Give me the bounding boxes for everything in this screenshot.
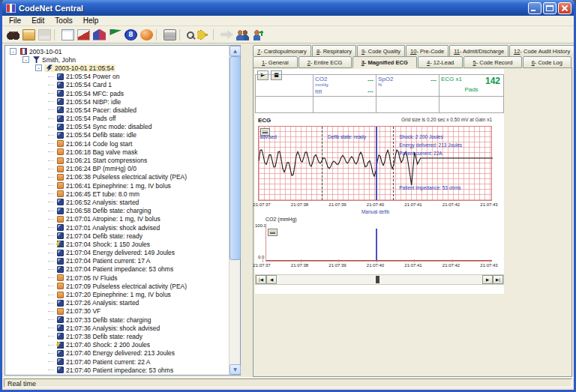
tab-5[interactable]: 5 - Code Record — [464, 56, 521, 68]
expander-icon[interactable]: - — [10, 48, 16, 55]
tree-connector — [48, 135, 54, 136]
tab-7[interactable]: 7 - Cardiopulmonary — [253, 45, 311, 56]
scroll-home-button[interactable]: |◀ — [256, 275, 266, 284]
tab-6[interactable]: 6 - Code Log — [523, 56, 572, 68]
tab-2[interactable]: 2 - Entire ECG — [298, 56, 352, 68]
scroll-left-button[interactable]: ◀ — [266, 275, 277, 284]
scroll-down-button[interactable]: ▼ — [230, 364, 241, 375]
search-icon[interactable] — [187, 31, 194, 39]
tree-item[interactable]: 21:05:54 Sync mode: disabled — [5, 123, 229, 131]
tree-item[interactable]: 21:05:54 Power on — [5, 73, 229, 81]
tree-item[interactable]: 21:05:54 Card 1 — [5, 81, 229, 89]
marker-icon[interactable] — [77, 29, 90, 40]
time-scrollbar[interactable]: |◀ ◀ ▶ ▶| — [255, 274, 504, 285]
tree-item[interactable]: 21:07:09 Pulseless electrical activity (… — [5, 282, 229, 290]
playback-cursor[interactable] — [376, 229, 377, 261]
tree-item[interactable]: 21:07:04 Energy delivered: 149 Joules — [5, 249, 229, 257]
new-report-icon[interactable] — [62, 29, 74, 40]
close-button[interactable] — [558, 2, 572, 14]
minimize-button[interactable] — [528, 2, 542, 14]
tree-item-label: 21:07:40 Patient impedance: 53 ohms — [66, 367, 173, 374]
tree-item[interactable]: -2003-10-01 — [5, 47, 229, 55]
tree-item[interactable]: 21:05:54 NIBP: idle — [5, 97, 229, 106]
tree-item[interactable]: 21:07:40 Patient current: 22 A — [5, 358, 229, 366]
tab-4[interactable]: 4 - 12-Lead — [418, 56, 464, 68]
ecg-legend-button[interactable] — [260, 128, 270, 136]
tree-scrollbar-thumb[interactable] — [230, 56, 241, 260]
flag-icon[interactable] — [109, 29, 122, 40]
maximize-button[interactable] — [543, 2, 556, 14]
ecg-plot[interactable]: advisedDefib state: readyShock: 2 200 Jo… — [258, 126, 492, 201]
key-icon[interactable] — [197, 29, 210, 40]
co2-tick: 21:07:43 — [474, 263, 504, 268]
scroll-end-button[interactable]: ▶| — [493, 275, 503, 284]
tree-item[interactable]: 21:07:01 Analysis: shock advised — [5, 223, 229, 232]
co2-axis-tick — [338, 259, 339, 262]
tab-8[interactable]: 8 - Respiratory — [312, 45, 356, 56]
tree-item[interactable]: 21:05:54 Pads off — [5, 115, 229, 123]
menu-help[interactable]: Help — [78, 16, 104, 25]
expander-icon[interactable]: - — [35, 64, 42, 71]
tab-9[interactable]: 9 - Code Quality — [357, 45, 405, 56]
title-bar[interactable]: CodeNet Central — [2, 0, 574, 16]
tree-item[interactable]: 21:06:41 Epinephrine: 1 mg, IV bolus — [5, 181, 229, 190]
menu-file[interactable]: File — [4, 16, 26, 25]
menu-bar: FileEditToolsHelp — [2, 16, 574, 26]
open-folder-icon[interactable] — [22, 29, 35, 40]
tree-item[interactable]: 21:07:04 Defib state: ready — [5, 232, 229, 240]
expander-icon[interactable]: - — [22, 56, 29, 63]
tree-item-body: 21:07:40 Energy delivered: 213 Joules — [56, 349, 176, 357]
ball-icon[interactable] — [140, 29, 153, 40]
tree-item[interactable]: 21:05:54 MFC: pads — [5, 89, 229, 97]
tree-item[interactable]: 21:07:40 Energy delivered: 213 Joules — [5, 349, 229, 358]
tree-item[interactable]: 21:07:04 Patient impedance: 53 ohms — [5, 265, 229, 274]
tree-item[interactable]: 21:06:52 Analysis: started — [5, 198, 229, 206]
tab-11[interactable]: 11 - Admit/Discharge — [449, 45, 508, 56]
tree-item[interactable]: 21:07:40 Patient impedance: 53 ohms — [5, 366, 229, 374]
scroll-right-button[interactable]: ▶ — [482, 275, 493, 284]
time-scrollbar-track[interactable] — [277, 275, 482, 284]
add-user-icon[interactable] — [252, 29, 265, 40]
scroll-up-button[interactable]: ▲ — [230, 46, 241, 56]
tree-item[interactable]: 21:07:36 Analysis: shock advised — [5, 324, 229, 332]
tree-item[interactable]: 21:06:45 ET tube: 8.0 mm — [5, 190, 229, 198]
tree-item[interactable]: 21:06:14 Code log start — [5, 139, 229, 148]
bluetooth-icon[interactable]: 8 — [124, 29, 137, 40]
chart-icon[interactable] — [93, 29, 106, 40]
tree-item[interactable]: 21:07:30 VF — [5, 307, 229, 316]
co2-legend-button[interactable] — [268, 229, 278, 236]
tab-1[interactable]: 1 - General — [253, 56, 298, 68]
playback-cursor[interactable] — [376, 127, 377, 200]
tree-scrollbar[interactable]: ▲ ▼ — [229, 46, 240, 375]
tree-item[interactable]: 21:07:04 Shock: 1 150 Joules — [5, 240, 229, 248]
tree-item[interactable]: 21:06:21 Start compressions — [5, 156, 229, 164]
tree-item[interactable]: 21:06:18 Bag valve mask — [5, 148, 229, 156]
tree-item[interactable]: 21:07:26 Analysis: started — [5, 299, 229, 307]
tree-item[interactable]: 21:07:38 Defib state: ready — [5, 332, 229, 340]
tree-item[interactable]: 21:07:05 IV Fluids — [5, 274, 229, 282]
tree-item[interactable]: 21:07:33 Defib state: charging — [5, 316, 229, 324]
menu-edit[interactable]: Edit — [26, 16, 50, 25]
binoculars-icon[interactable] — [7, 29, 20, 40]
tree-item[interactable]: 21:07:04 Patient current: 17 A — [5, 257, 229, 265]
tree-item[interactable]: 21:05:54 Defib state: idle — [5, 131, 229, 139]
tree-item[interactable]: -Smith, John — [5, 55, 229, 64]
time-scrollbar-thumb[interactable] — [376, 276, 380, 283]
tab-10[interactable]: 10 - Pre-Code — [406, 45, 448, 56]
tree-item[interactable]: 21:06:58 Defib state: charging — [5, 207, 229, 215]
tab-12[interactable]: 12 - Code Audit History — [509, 45, 574, 56]
tree-item[interactable]: -2003-10-01 21:05:54 — [5, 64, 229, 72]
tree-item[interactable]: 21:05:54 Pacer: disabled — [5, 106, 229, 114]
tree-item[interactable]: 21:06:24 BP (mmHg) 0/0 — [5, 165, 229, 173]
print-icon[interactable] — [164, 29, 176, 40]
menu-tools[interactable]: Tools — [50, 16, 77, 25]
tree-item[interactable]: 21:06:38 Pulseless electrical activity (… — [5, 173, 229, 181]
tree-item[interactable]: 21:07:01 Atropine: 1 mg, IV bolus — [5, 215, 229, 223]
tree-item-label: 21:05:54 NIBP: idle — [66, 98, 121, 106]
co2-plot[interactable] — [266, 227, 492, 262]
tree-item[interactable]: 21:07:40 Shock: 2 200 Joules — [5, 341, 229, 349]
users-icon[interactable] — [236, 29, 249, 40]
tree-item[interactable]: 21:07:20 Epinephrine: 1 mg, IV bolus — [5, 290, 229, 298]
co2-axis-tick — [414, 259, 415, 262]
tab-3[interactable]: 3 - Magnified ECG — [352, 56, 417, 68]
